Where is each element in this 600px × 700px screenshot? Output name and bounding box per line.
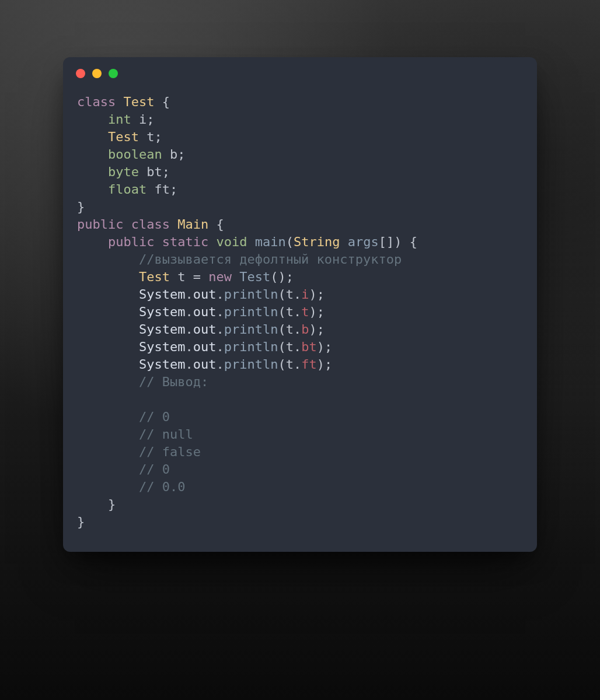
window-titlebar xyxy=(63,57,537,93)
field-ft: ft xyxy=(301,357,317,372)
type-byte: byte xyxy=(108,164,139,179)
field-t: t xyxy=(301,304,309,319)
dot: . xyxy=(185,287,193,302)
paren-open: ( xyxy=(278,357,285,372)
semicolon: ; xyxy=(146,112,154,127)
brackets: [] xyxy=(379,235,395,249)
dot: . xyxy=(216,357,224,372)
ident-out: out xyxy=(193,304,217,319)
field-b: b xyxy=(301,322,309,337)
method-println: println xyxy=(224,322,278,337)
type-string: String xyxy=(294,235,340,249)
keyword-class2: class xyxy=(131,217,170,232)
type-main: Main xyxy=(177,217,208,232)
paren-open: ( xyxy=(278,340,285,354)
code-window: class Test { int i; Test t; boolean b; b… xyxy=(63,57,537,552)
keyword-public: public xyxy=(77,217,123,232)
dot: . xyxy=(294,322,301,337)
method-println: println xyxy=(224,357,278,372)
semicolon: ; xyxy=(286,270,294,284)
comment-output: // Вывод: xyxy=(139,374,208,389)
type-test: Test xyxy=(123,94,154,109)
keyword-static: static xyxy=(162,235,208,249)
ident-t2: t xyxy=(177,270,185,284)
ident-bt: bt xyxy=(146,164,162,179)
comment-null: // null xyxy=(139,427,193,442)
ident-system: System xyxy=(139,357,185,372)
ident-t: t xyxy=(286,322,294,337)
method-main: main xyxy=(255,235,286,249)
brace-open2: { xyxy=(216,217,224,232)
paren-open: ( xyxy=(286,235,294,249)
dot: . xyxy=(294,287,301,302)
dot: . xyxy=(185,357,193,372)
type-test-ref: Test xyxy=(108,130,139,144)
paren-open: ( xyxy=(278,304,285,319)
keyword-void: void xyxy=(216,235,247,249)
type-test2: Test xyxy=(139,270,170,284)
dot: . xyxy=(216,340,224,354)
ident-out: out xyxy=(193,340,217,354)
semicolon: ; xyxy=(162,164,170,179)
type-int: int xyxy=(108,112,131,127)
paren-close: ) xyxy=(394,235,402,249)
semicolon: ; xyxy=(325,340,332,354)
dot: . xyxy=(216,287,224,302)
dot: . xyxy=(185,322,193,337)
comment-ctor: //вызывается дефолтный конструктор xyxy=(139,252,402,267)
ident-i: i xyxy=(139,112,146,127)
comment-zero-b: // 0 xyxy=(139,462,170,477)
brace-open3: { xyxy=(410,235,417,249)
ident-t: t xyxy=(146,130,154,144)
ident-ft: ft xyxy=(154,182,170,197)
ident-system: System xyxy=(139,287,185,302)
paren-close: ) xyxy=(317,357,325,372)
paren-open: ( xyxy=(278,287,285,302)
field-i: i xyxy=(301,287,309,302)
ident-t: t xyxy=(286,304,294,319)
ident-t: t xyxy=(286,287,294,302)
paren-close: ) xyxy=(309,322,316,337)
close-icon[interactable] xyxy=(76,69,85,78)
ident-out: out xyxy=(193,287,217,302)
paren-open2: ( xyxy=(270,270,278,284)
semicolon: ; xyxy=(170,182,177,197)
type-float: float xyxy=(108,182,146,197)
paren-open: ( xyxy=(278,322,285,337)
semicolon: ; xyxy=(154,130,162,144)
paren-close: ) xyxy=(317,340,325,354)
ident-args: args xyxy=(348,235,379,249)
type-boolean: boolean xyxy=(108,147,162,162)
method-println: println xyxy=(224,287,278,302)
dot: . xyxy=(216,304,224,319)
comment-zero-a: // 0 xyxy=(139,410,170,424)
dot: . xyxy=(185,304,193,319)
maximize-icon[interactable] xyxy=(109,69,118,78)
dot: . xyxy=(294,304,301,319)
ident-system: System xyxy=(139,322,185,337)
paren-close: ) xyxy=(309,304,316,319)
ident-system: System xyxy=(139,340,185,354)
semicolon: ; xyxy=(325,357,332,372)
ident-out: out xyxy=(193,357,217,372)
semicolon: ; xyxy=(317,304,325,319)
minimize-icon[interactable] xyxy=(92,69,102,78)
keyword-public2: public xyxy=(108,235,154,249)
ident-t: t xyxy=(286,340,294,354)
comment-zero-zero: // 0.0 xyxy=(139,480,185,494)
paren-close: ) xyxy=(309,287,316,302)
keyword-class: class xyxy=(77,94,116,109)
semicolon: ; xyxy=(317,322,325,337)
dot: . xyxy=(294,357,301,372)
semicolon: ; xyxy=(177,147,185,162)
field-bt: bt xyxy=(301,340,317,354)
dot: . xyxy=(185,340,193,354)
paren-close2: ) xyxy=(278,270,285,284)
brace-close: } xyxy=(77,200,85,214)
ident-b: b xyxy=(170,147,177,162)
ident-system: System xyxy=(139,304,185,319)
equals: = xyxy=(193,270,201,284)
semicolon: ; xyxy=(317,287,325,302)
brace-close2: } xyxy=(108,497,116,512)
method-println: println xyxy=(224,340,278,354)
